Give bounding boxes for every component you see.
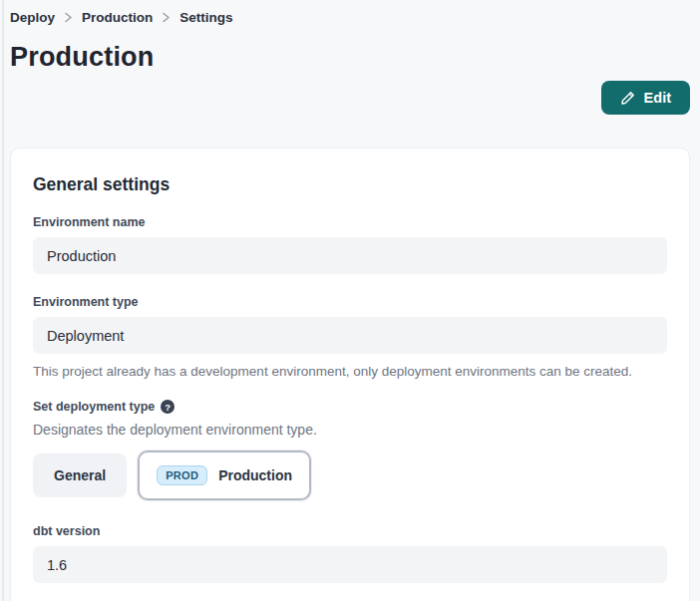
deployment-type-field-group: Set deployment type ? Designates the dep… [33,400,667,500]
help-icon[interactable]: ? [161,400,175,414]
toolbar: Edit [10,81,690,115]
general-settings-card: General settings Environment name Produc… [10,148,690,601]
chevron-right-icon [64,12,73,23]
breadcrumb-item-deploy[interactable]: Deploy [10,10,55,25]
content-left-divider [2,0,4,601]
deployment-type-option-production[interactable]: PROD Production [138,451,311,500]
environment-type-field-group: Environment type Deployment This project… [33,295,667,379]
deployment-type-label-row: Set deployment type ? [33,400,667,414]
environment-name-field-group: Environment name Production [33,215,667,274]
edit-button-label: Edit [644,90,671,106]
deployment-type-option-general[interactable]: General [33,453,127,497]
breadcrumb-item-production[interactable]: Production [82,10,153,25]
dbt-version-label: dbt version [33,524,667,538]
pencil-icon [620,91,635,106]
deployment-type-description: Designates the deployment environment ty… [33,422,667,438]
dbt-version-input[interactable]: 1.6 [33,546,667,583]
breadcrumb: Deploy Production Settings [10,0,690,25]
environment-name-label: Environment name [33,215,667,229]
card-heading: General settings [33,174,667,195]
deployment-type-label: Set deployment type [33,400,155,414]
main-content: Deploy Production Settings Production Ed… [0,0,700,601]
page-title: Production [10,42,690,73]
environment-type-helper-text: This project already has a development e… [33,364,667,379]
prod-badge: PROD [157,465,207,485]
environment-type-label: Environment type [33,295,667,309]
breadcrumb-item-settings: Settings [179,10,232,25]
deployment-type-toggle-group: General PROD Production [33,451,667,500]
edit-button[interactable]: Edit [601,81,690,115]
dbt-version-field-group: dbt version 1.6 [33,524,667,583]
chevron-right-icon [162,12,171,23]
environment-type-input[interactable]: Deployment [33,317,667,354]
environment-name-input[interactable]: Production [33,237,667,274]
deployment-type-option-production-label: Production [218,467,292,483]
